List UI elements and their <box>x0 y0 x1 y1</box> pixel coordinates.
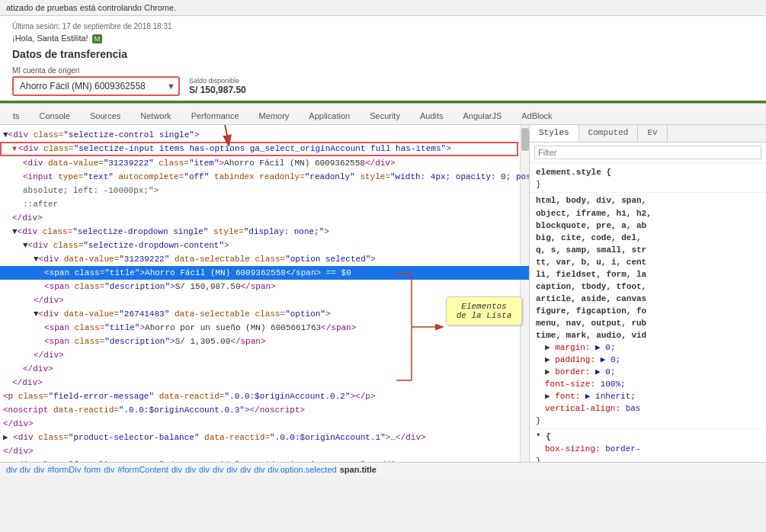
style-prop: font: <box>555 392 580 401</box>
style-prop: box-sizing: <box>545 444 601 453</box>
dom-line[interactable]: </div> <box>0 348 529 362</box>
bc-span-title[interactable]: span.title <box>340 465 377 474</box>
style-selector: blockquote, pre, a, ab <box>536 221 646 230</box>
triangle-icon[interactable]: ▶ <box>545 343 550 352</box>
dom-line[interactable]: absolute; left: -10000px;"> <box>0 184 529 197</box>
tab-network[interactable]: Network <box>130 107 181 124</box>
greeting-badge: M <box>92 34 103 43</box>
bc-formContent[interactable]: #formContent <box>117 465 168 474</box>
dom-line[interactable]: </div> <box>0 376 529 389</box>
style-value[interactable]: border- <box>605 444 640 453</box>
bc-div-7[interactable]: div <box>199 465 210 474</box>
style-value[interactable]: ▶ 0; <box>595 367 615 377</box>
style-value[interactable]: ▶ 0; <box>601 355 620 364</box>
styles-tabs: Styles Computed Ev <box>530 125 766 143</box>
dom-line[interactable]: ▶ <div class="product-selector-balance" … <box>0 431 529 444</box>
style-selector: * { <box>536 432 551 441</box>
triangle-icon[interactable]: ▶ <box>545 392 550 401</box>
tab-application[interactable]: Application <box>299 107 360 124</box>
dom-line[interactable]: ▼<div class="selectize-dropdown-content"… <box>0 239 529 252</box>
bc-div-9[interactable]: div <box>226 465 237 474</box>
dom-line[interactable]: <span class="description">S/ 150,987.50<… <box>0 280 529 293</box>
style-value[interactable]: 100%; <box>601 380 626 389</box>
styles-tab-styles[interactable]: Styles <box>530 125 579 142</box>
dom-line-selected[interactable]: <span class="title">Ahorro Fácil (MN) 60… <box>0 266 529 280</box>
style-selector: object, iframe, h1, h2, <box>536 209 652 218</box>
triangle-icon[interactable]: ▶ <box>545 367 550 377</box>
dom-line[interactable]: </div> <box>0 417 529 431</box>
styles-tab-computed[interactable]: Computed <box>579 125 639 142</box>
style-rule-box-sizing: * { box-sizing: border- } <box>530 429 766 462</box>
notification-text: atizado de pruebas está controlando Chro… <box>6 3 176 12</box>
bc-div-5[interactable]: div <box>171 465 182 474</box>
field-label: MI cuenta de origen <box>12 66 754 75</box>
dom-line[interactable]: <noscript data-reactid=".0.0:$originAcco… <box>0 403 529 417</box>
dom-line[interactable]: ▶ <div class="form-line-wrapper" data-re… <box>0 458 529 462</box>
bc-form[interactable]: form <box>84 465 101 474</box>
dom-line[interactable]: ::after <box>0 197 529 211</box>
bc-div-6[interactable]: div <box>185 465 196 474</box>
style-rules: element.style { } html, body, div, span,… <box>530 163 766 462</box>
tab-audits[interactable]: Audits <box>410 107 454 124</box>
bc-div-1[interactable]: div <box>6 465 17 474</box>
bc-formDiv[interactable]: #formDiv <box>47 465 81 474</box>
callout-box: Elementos de la Lista <box>446 296 522 325</box>
tab-angularjs[interactable]: AngularJS <box>454 107 512 124</box>
dom-line[interactable]: ▼<div class="selectize-control single"> <box>0 128 529 142</box>
dom-line[interactable]: <input type="text" autocomplete="off" ta… <box>0 170 529 184</box>
tab-performance[interactable]: Performance <box>181 107 249 124</box>
style-selector: q, s, samp, small, str <box>536 245 646 255</box>
dom-line-highlighted[interactable]: ▼<div class="selectize-input items has-o… <box>0 142 529 156</box>
style-brace: } <box>536 416 541 425</box>
style-prop: vertical-align: <box>545 404 620 413</box>
bc-div-3[interactable]: div <box>34 465 44 474</box>
style-value[interactable]: bas <box>626 404 641 413</box>
dom-panel[interactable]: ▼<div class="selectize-control single"> … <box>0 125 530 462</box>
bc-div-2[interactable]: div <box>20 465 30 474</box>
style-selector: time, mark, audio, vid <box>536 331 646 340</box>
style-selector: caption, tbody, tfoot, <box>536 282 646 291</box>
triangle-icon[interactable]: ▶ <box>545 355 550 364</box>
styles-tab-ev[interactable]: Ev <box>638 125 667 142</box>
style-prop: border: <box>555 367 590 377</box>
tab-sources[interactable]: Sources <box>80 107 130 124</box>
bc-div-4[interactable]: div <box>104 465 114 474</box>
styles-panel: Styles Computed Ev element.style { } htm… <box>530 125 766 462</box>
style-prop: font-size: <box>545 380 595 389</box>
dom-line[interactable]: </div> <box>0 211 529 225</box>
dom-line[interactable]: <span class="description">S/ 1,305.00</s… <box>0 335 529 348</box>
style-selector: figure, figcaption, fo <box>536 306 646 316</box>
tab-memory[interactable]: Memory <box>249 107 300 124</box>
tab-ts[interactable]: ts <box>3 107 30 124</box>
dom-line[interactable]: <div data-value="31239222" class="item">… <box>0 156 529 170</box>
style-value[interactable]: ▶ inherit; <box>585 392 636 401</box>
style-selector: big, cite, code, del, <box>536 233 642 242</box>
devtools-body: ▼<div class="selectize-control single"> … <box>0 125 766 462</box>
style-rule-reset: html, body, div, span, object, iframe, h… <box>530 193 766 429</box>
callout-text: Elementos de la Lista <box>457 302 512 320</box>
bc-div-10[interactable]: div <box>240 465 251 474</box>
dom-line[interactable]: </div> <box>0 362 529 376</box>
tab-security[interactable]: Security <box>360 107 410 124</box>
style-brace: } <box>536 457 541 462</box>
bc-option-selected[interactable]: div.option.selected <box>268 465 336 474</box>
style-prop: padding: <box>555 355 595 364</box>
origin-account-select[interactable]: Ahorro Fácil (MN) 6009362558 <box>12 76 180 96</box>
tab-adblock[interactable]: AdBlock <box>511 107 562 124</box>
style-selector: element.style { <box>536 168 611 177</box>
style-selector: tt, var, b, u, i, cent <box>536 258 646 267</box>
session-info: Última sesión: 17 de septiembre de 2018 … <box>12 22 754 30</box>
dom-line[interactable]: <p class="field-error-message" data-reac… <box>0 389 529 403</box>
styles-filter-container <box>530 143 766 163</box>
style-value[interactable]: ▶ 0; <box>595 343 615 352</box>
dom-line[interactable]: </div> <box>0 444 529 458</box>
balance-info: Saldo disponible S/ 150,987.50 <box>189 77 246 95</box>
greeting-text: ¡Hola, Santa Estilita! <box>12 34 88 43</box>
bc-div-8[interactable]: div <box>213 465 223 474</box>
bc-div-11[interactable]: div <box>254 465 264 474</box>
tab-console[interactable]: Console <box>30 107 80 124</box>
styles-filter-input[interactable] <box>534 146 761 159</box>
dom-line[interactable]: ▼<div class="selectize-dropdown single" … <box>0 225 529 239</box>
style-rule-element: element.style { } <box>530 165 766 193</box>
dom-line[interactable]: ▼<div data-value="31239222" data-selecta… <box>0 252 529 266</box>
